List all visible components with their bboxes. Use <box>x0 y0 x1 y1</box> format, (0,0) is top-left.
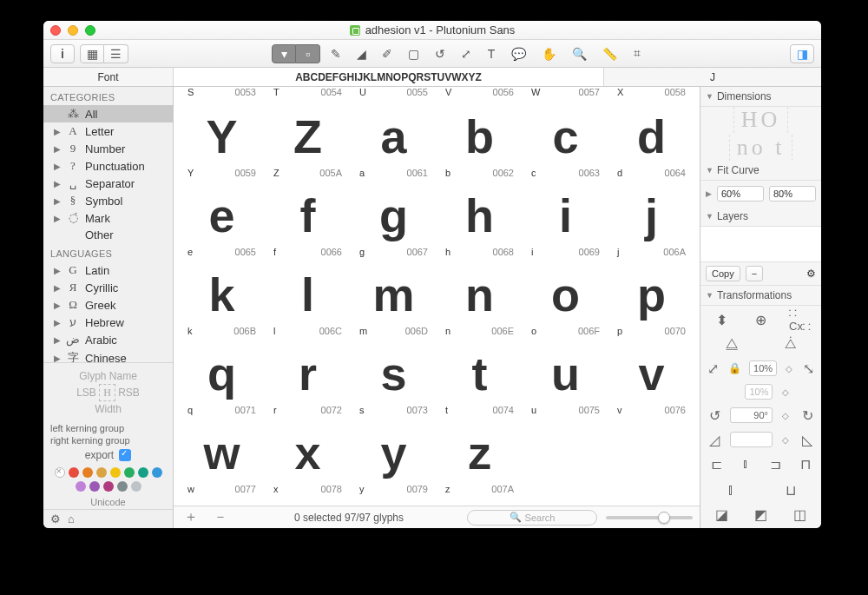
eraser-tool-icon[interactable]: ◢ <box>352 44 372 63</box>
zoom-window-button[interactable] <box>85 25 95 36</box>
text-tool-icon[interactable]: T <box>482 44 501 63</box>
scale-y-stepper[interactable]: ◇ <box>779 387 792 397</box>
sidebar-category-symbol[interactable]: ▶§Symbol <box>43 192 173 209</box>
list-view-button[interactable]: ☰ <box>104 44 128 63</box>
tab-j[interactable]: J <box>604 68 821 86</box>
glyph-cell[interactable]: yy0079 <box>351 420 437 499</box>
glyph-cell[interactable]: jj006A <box>608 183 694 262</box>
glyph-cell[interactable]: uu0075 <box>523 341 608 420</box>
shape-tool-icon[interactable]: ▢ <box>403 44 424 63</box>
tab-glyphs[interactable]: ABCDEFGHIJKLMNOPQRSTUVWXYZ <box>174 68 604 86</box>
glyph-cell[interactable]: xx0078 <box>265 420 351 499</box>
sidebar-language-hebrew[interactable]: ▶עHebrew <box>43 314 173 331</box>
glyph-cell[interactable]: zz007A <box>437 420 523 499</box>
toggle-panel-button[interactable]: ◨ <box>790 44 814 63</box>
minimize-window-button[interactable] <box>68 25 78 36</box>
glyph-cell[interactable]: ll006C <box>265 262 351 341</box>
color-swatch[interactable] <box>124 467 135 478</box>
transformations-header[interactable]: ▼Transformations <box>700 286 821 306</box>
tab-font[interactable]: Font <box>43 68 174 86</box>
scale-cx-icon[interactable]: ⸬Cx⸬ <box>792 311 809 328</box>
glyph-cell[interactable]: tt0074 <box>437 341 523 420</box>
glyph-cell[interactable]: pp0070 <box>608 262 694 341</box>
swatch-none[interactable] <box>55 467 65 478</box>
sidebar-language-cyrillic[interactable]: ▶ЯCyrillic <box>43 279 173 296</box>
crop-tool-icon[interactable]: ⌗ <box>628 44 647 63</box>
select-alt-tool[interactable]: ▫ <box>296 44 320 63</box>
color-swatch[interactable] <box>110 467 121 478</box>
fit-low-input[interactable]: 60% <box>717 186 764 202</box>
glyph-cell[interactable]: ZZ005A <box>265 104 351 183</box>
copy-layer-button[interactable]: Copy <box>706 266 740 281</box>
measure-tool-icon[interactable]: 📏 <box>597 44 622 63</box>
flip-h-icon[interactable]: ⧋ <box>723 335 740 353</box>
slant-left-icon[interactable]: ◿ <box>706 431 723 448</box>
align-hcenter-icon[interactable]: ⫾ <box>737 455 754 473</box>
sidebar-language-arabic[interactable]: ▶ضArabic <box>43 331 173 348</box>
hand-tool-icon[interactable]: ✋ <box>536 44 562 63</box>
glyph-cell[interactable]: ff0066 <box>265 183 351 262</box>
rotate-input[interactable]: 90° <box>730 407 773 423</box>
glyph-cell[interactable]: hh0068 <box>437 183 523 262</box>
scale-y-input[interactable]: 10% <box>745 384 773 400</box>
glyph-cell[interactable]: vv0076 <box>608 341 694 420</box>
sidebar-category-separator[interactable]: ▶␣Separator <box>43 175 173 192</box>
glyph-cell[interactable]: U0055 <box>351 87 437 104</box>
color-swatch[interactable] <box>117 481 128 492</box>
glyph-cell[interactable]: cc0063 <box>523 104 608 183</box>
rotate-ccw-icon[interactable]: ↺ <box>706 407 723 424</box>
glyph-cell[interactable]: YY0059 <box>179 104 265 183</box>
pencil-tool-icon[interactable]: ✐ <box>377 44 398 63</box>
scale-tool-icon[interactable]: ⤢ <box>456 44 477 63</box>
glyph-cell[interactable]: ii0069 <box>523 183 608 262</box>
zoom-tool-icon[interactable]: 🔍 <box>567 44 592 63</box>
sidebar-category-other[interactable]: Other <box>43 227 173 243</box>
rotate-stepper[interactable]: ◇ <box>779 411 792 420</box>
glyph-cell[interactable] <box>523 420 608 499</box>
sidebar-category-punctuation[interactable]: ▶?Punctuation <box>43 157 173 175</box>
rotate-cw-icon[interactable]: ↻ <box>799 407 816 424</box>
lock-icon[interactable]: 🔒 <box>727 360 742 377</box>
glyph-cell[interactable]: aa0061 <box>351 104 437 183</box>
sidebar-category-all[interactable]: ⁂All <box>43 105 173 122</box>
glyph-cell[interactable]: T0054 <box>265 87 351 104</box>
sidebar-language-greek[interactable]: ▶ΩGreek <box>43 296 173 314</box>
remove-glyph-button[interactable]: － <box>210 508 231 526</box>
glyph-cell[interactable]: mm006D <box>351 262 437 341</box>
slant-input[interactable] <box>730 432 773 447</box>
info-button[interactable]: i <box>50 44 75 63</box>
flip-v-icon[interactable]: ⧊ <box>781 335 799 353</box>
glyph-cell[interactable]: rr0072 <box>265 341 351 420</box>
scale-out-icon[interactable]: ⤡ <box>801 360 816 377</box>
sidebar-category-letter[interactable]: ▶ALetter <box>43 122 173 140</box>
sidebar-language-chinese[interactable]: ▶字Chinese <box>43 348 173 362</box>
align-top-icon[interactable]: ⊓ <box>797 455 814 473</box>
dimensions-header[interactable]: ▼Dimensions <box>700 87 821 107</box>
sidebar-category-number[interactable]: ▶9Number <box>43 140 173 157</box>
search-input[interactable]: 🔍Search <box>467 510 597 526</box>
zoom-slider[interactable] <box>606 516 693 519</box>
slant-right-icon[interactable]: ◺ <box>799 431 816 448</box>
align-left-icon[interactable]: ⊏ <box>707 455 725 473</box>
tag-icon[interactable]: ⌂ <box>68 512 75 526</box>
glyph-cell[interactable]: dd0064 <box>608 104 694 183</box>
glyph-cell[interactable]: ww0077 <box>179 420 265 499</box>
close-window-button[interactable] <box>50 25 61 36</box>
rotate-tool-icon[interactable]: ↺ <box>430 44 450 63</box>
align-right-icon[interactable]: ⊐ <box>767 455 785 473</box>
glyph-cell[interactable]: ss0073 <box>351 341 437 420</box>
glyph-cell[interactable]: gg0067 <box>351 183 437 262</box>
glyph-cell[interactable]: nn006E <box>437 262 523 341</box>
fit-curve-disclosure[interactable]: ▶ <box>706 189 712 198</box>
mirror-h-icon[interactable]: ⬍ <box>713 311 731 328</box>
glyph-cell[interactable]: V0056 <box>437 87 523 104</box>
align-bottom-icon[interactable]: ⊔ <box>782 481 799 499</box>
color-swatch[interactable] <box>131 481 141 492</box>
settings-icon[interactable]: ⚙ <box>50 512 61 526</box>
layers-header[interactable]: ▼Layers <box>700 207 821 227</box>
bool-union-icon[interactable]: ◪ <box>713 506 731 523</box>
glyph-cell[interactable]: X0058 <box>608 87 694 104</box>
scale-icon[interactable]: ⤢ <box>706 360 720 377</box>
pen-tool-icon[interactable]: ✎ <box>326 44 346 63</box>
glyph-cell[interactable]: bb0062 <box>437 104 523 183</box>
